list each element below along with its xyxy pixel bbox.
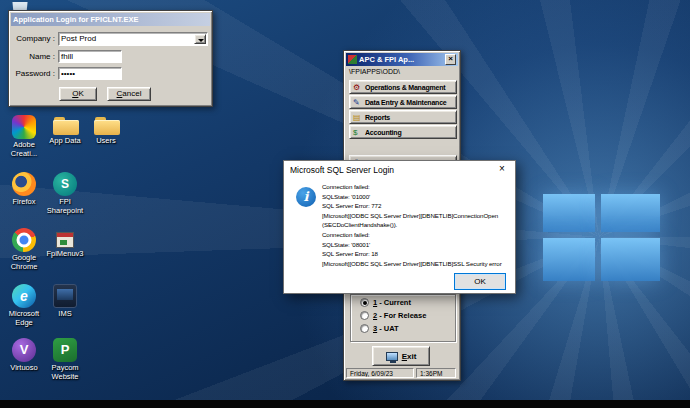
sql-server-login-dialog: Microsoft SQL Server Login × i Connectio… xyxy=(283,160,516,294)
password-field[interactable] xyxy=(58,67,122,80)
radio-button-icon xyxy=(360,298,369,307)
chevron-down-icon[interactable] xyxy=(194,34,206,44)
adobe-creative-cloud-icon xyxy=(12,115,36,139)
menu-button-label: Accounting xyxy=(365,129,402,136)
ims-icon xyxy=(53,284,77,308)
report-icon: ▤ xyxy=(353,113,362,122)
company-dropdown[interactable]: Post Prod xyxy=(58,32,208,46)
icon-label: IMS xyxy=(45,310,85,319)
gear-icon: ⚙ xyxy=(353,83,362,92)
sql-title-bar[interactable]: Microsoft SQL Server Login × xyxy=(284,161,515,178)
desktop-icon-users[interactable]: Users xyxy=(86,115,126,146)
desktop-icon-virtuoso[interactable]: V Virtuoso xyxy=(4,338,44,373)
operations-management-button[interactable]: ⚙ Operations & Managment xyxy=(349,80,457,94)
fpimenu-icon xyxy=(56,232,74,248)
menu-button-label: Data Entry & Maintenance xyxy=(365,99,447,106)
close-icon[interactable]: × xyxy=(489,161,515,178)
icon-label: App Data xyxy=(45,137,85,146)
login-window-title: Application Login for FPICLNT.EXE xyxy=(13,15,138,24)
sharepoint-icon: S xyxy=(53,172,77,196)
desktop-icon-fpimenuv3[interactable]: FpiMenuv3 xyxy=(45,228,85,259)
desktop: Re... Adobe Creati... App Data Users Fir… xyxy=(0,0,690,408)
icon-label: Virtuoso xyxy=(4,364,44,373)
icon-label: Adobe Creati... xyxy=(4,141,44,158)
icon-glyph: e xyxy=(12,284,36,308)
chrome-icon xyxy=(12,228,36,252)
desktop-icon-fpi-sharepoint[interactable]: S FPI Sharepoint xyxy=(45,172,85,215)
sql-window-title: Microsoft SQL Server Login xyxy=(290,165,394,175)
desktop-icon-paycom-website[interactable]: P Paycom Website xyxy=(45,338,85,381)
icon-label: FPI Sharepoint xyxy=(45,198,85,215)
exit-button-label: Exit xyxy=(402,352,417,361)
ok-button[interactable]: OK xyxy=(59,87,97,101)
windows-logo-pane xyxy=(543,238,595,281)
error-line: SQLState: '01000' xyxy=(322,192,502,202)
login-title-bar[interactable]: Application Login for FPICLNT.EXE xyxy=(11,13,210,26)
company-label: Company : xyxy=(9,34,55,43)
menu-button-label: Operations & Managment xyxy=(365,84,445,91)
error-line: Connection failed: xyxy=(322,182,502,192)
windows-logo xyxy=(543,194,660,281)
password-label: Password : xyxy=(9,69,55,78)
desktop-icon-ims[interactable]: IMS xyxy=(45,284,85,319)
error-line: Connection failed: xyxy=(322,230,502,240)
fpi-status-bar: Friday, 6/09/23 1:36PM xyxy=(345,367,459,379)
desktop-icon-firefox[interactable]: Firefox xyxy=(4,172,44,207)
windows-logo-pane xyxy=(601,194,660,232)
status-date: Friday, 6/09/23 xyxy=(346,368,414,378)
radio-label: 2 - For Release xyxy=(373,311,426,320)
error-line: SQL Server Error: 772 xyxy=(322,201,502,211)
accounting-button[interactable]: $ Accounting xyxy=(349,125,457,139)
reports-button[interactable]: ▤ Reports xyxy=(349,110,457,124)
radio-for-release[interactable]: 2 - For Release xyxy=(360,311,426,320)
icon-label: Users xyxy=(86,137,126,146)
ok-button[interactable]: OK xyxy=(454,273,506,290)
fpi-title-bar[interactable]: APC & FPI Ap... × xyxy=(346,53,458,66)
company-value: Post Prod xyxy=(61,34,96,43)
icon-glyph: V xyxy=(12,338,36,362)
cancel-button[interactable]: Cancel xyxy=(107,87,151,101)
icon-label: Paycom Website xyxy=(45,364,85,381)
radio-label: 3 - UAT xyxy=(373,324,399,333)
error-line: SQLState: '08001' xyxy=(322,240,502,250)
icon-label: FpiMenuv3 xyxy=(45,250,85,259)
application-login-window: Application Login for FPICLNT.EXE Compan… xyxy=(8,10,213,107)
desktop-icon-microsoft-edge[interactable]: e Microsoft Edge xyxy=(4,284,44,327)
edge-icon: e xyxy=(12,284,36,308)
pencil-icon: ✎ xyxy=(353,98,362,107)
fpi-window-title: APC & FPI Ap... xyxy=(359,55,414,64)
icon-glyph: S xyxy=(53,172,77,196)
radio-label: 1 - Current xyxy=(373,298,411,307)
radio-button-icon xyxy=(360,311,369,320)
ok-button-label: OK xyxy=(72,88,84,100)
radio-button-icon xyxy=(360,324,369,333)
close-icon[interactable]: × xyxy=(445,54,456,65)
taskbar[interactable] xyxy=(0,400,690,408)
firefox-icon xyxy=(12,172,36,196)
desktop-icon-adobe-creative[interactable]: Adobe Creati... xyxy=(4,115,44,158)
error-line: (SECDoClientHandshake()). xyxy=(322,220,502,230)
exit-button[interactable]: Exit xyxy=(372,346,430,366)
virtuoso-icon: V xyxy=(12,338,36,362)
desktop-icon-google-chrome[interactable]: Google Chrome xyxy=(4,228,44,271)
folder-icon xyxy=(94,115,118,135)
computer-icon xyxy=(386,352,398,361)
name-field[interactable] xyxy=(58,50,122,63)
error-line: [Microsoft][ODBC SQL Server Driver][DBNE… xyxy=(322,259,502,269)
data-entry-maintenance-button[interactable]: ✎ Data Entry & Maintenance xyxy=(349,95,457,109)
desktop-icon-app-data[interactable]: App Data xyxy=(45,115,85,146)
cancel-button-label: Cancel xyxy=(117,88,142,100)
icon-label: Firefox xyxy=(4,198,44,207)
windows-logo-pane xyxy=(543,194,595,232)
paycom-icon: P xyxy=(53,338,77,362)
name-label: Name : xyxy=(9,52,55,61)
error-line: [Microsoft][ODBC SQL Server Driver][DBNE… xyxy=(322,211,502,221)
status-time: 1:36PM xyxy=(416,368,456,378)
fpi-path-label: \FPIAPPS\ODD\ xyxy=(349,68,400,75)
sql-error-text: Connection failed: SQLState: '01000' SQL… xyxy=(322,182,502,268)
radio-uat[interactable]: 3 - UAT xyxy=(360,324,399,333)
icon-label: Google Chrome xyxy=(4,254,44,271)
info-icon: i xyxy=(296,187,316,207)
dollar-icon: $ xyxy=(353,128,362,137)
radio-current[interactable]: 1 - Current xyxy=(360,298,411,307)
